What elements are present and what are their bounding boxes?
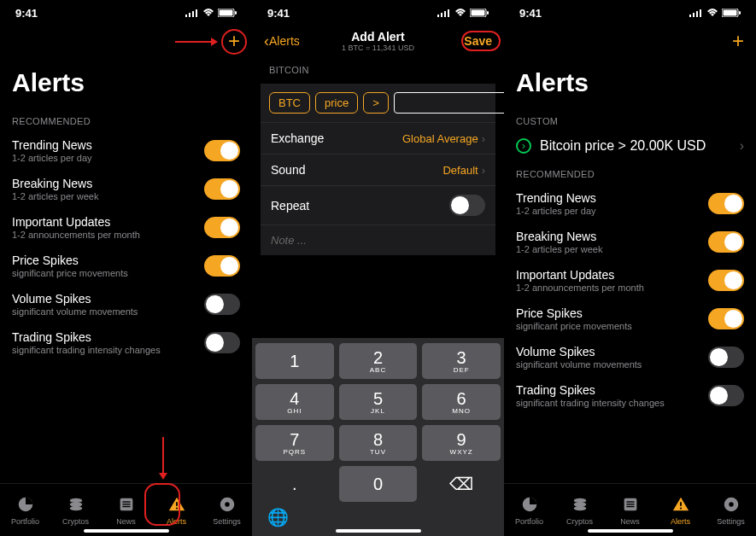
svg-rect-32 bbox=[696, 11, 698, 17]
svg-rect-16 bbox=[176, 507, 178, 509]
chevron-right-icon: › bbox=[740, 138, 744, 154]
symbol-chip[interactable]: BTC bbox=[269, 92, 310, 114]
alert-subtitle: significant volume movements bbox=[12, 306, 138, 317]
exchange-row[interactable]: Exchange Global Average› bbox=[261, 122, 495, 154]
tab-alerts[interactable]: Alerts bbox=[151, 484, 202, 536]
status-time: 9:41 bbox=[267, 7, 290, 20]
tab-portfolio[interactable]: Portfolio bbox=[0, 484, 50, 536]
alert-toggle[interactable] bbox=[204, 255, 240, 277]
tab-portfolio[interactable]: Portfolio bbox=[504, 484, 554, 536]
alert-row: Trading Spikessignificant trading intens… bbox=[0, 323, 252, 362]
alert-row: Price Spikessignificant price movements bbox=[0, 247, 252, 285]
alert-title: Trading Spikes bbox=[12, 330, 161, 344]
alert-subtitle: significant trading intensity changes bbox=[516, 398, 665, 408]
sound-value: Default bbox=[442, 164, 478, 177]
alert-subtitle: 1-2 articles per week bbox=[516, 244, 603, 254]
repeat-toggle[interactable] bbox=[449, 195, 485, 216]
sound-row[interactable]: Sound Default› bbox=[261, 154, 495, 185]
alert-row: Volume Spikessignificant volume movement… bbox=[504, 338, 756, 376]
svg-rect-0 bbox=[185, 15, 187, 17]
key-8[interactable]: 8TUV bbox=[339, 425, 418, 461]
add-alert-button[interactable]: + bbox=[732, 29, 744, 53]
key-letters: JKL bbox=[371, 407, 385, 415]
add-alert-button[interactable]: + bbox=[228, 29, 240, 53]
operator-chip[interactable]: > bbox=[363, 92, 389, 114]
custom-alert-name: Bitcoin bbox=[540, 138, 581, 153]
alert-form: BTC price > USD Exchange Global Average›… bbox=[261, 84, 495, 255]
repeat-label: Repeat bbox=[271, 199, 309, 213]
signal-icon bbox=[437, 7, 451, 20]
key-digit: 9 bbox=[457, 430, 466, 450]
tab-label: News bbox=[620, 517, 640, 526]
tab-cryptos[interactable]: Cryptos bbox=[50, 484, 101, 536]
alerts-icon bbox=[167, 495, 186, 516]
alert-toggle[interactable] bbox=[204, 217, 240, 238]
alert-title: Trading Spikes bbox=[516, 383, 665, 397]
portfolio-icon bbox=[520, 495, 539, 516]
svg-rect-2 bbox=[192, 11, 194, 17]
svg-rect-25 bbox=[444, 11, 446, 17]
dot-key[interactable]: . bbox=[255, 466, 334, 502]
key-letters: DEF bbox=[454, 366, 470, 374]
key-0[interactable]: 0 bbox=[339, 466, 418, 502]
tab-cryptos[interactable]: Cryptos bbox=[554, 484, 605, 536]
svg-marker-22 bbox=[159, 473, 167, 480]
key-letters: GHI bbox=[287, 407, 302, 415]
alert-toggle[interactable] bbox=[708, 308, 744, 329]
svg-rect-15 bbox=[176, 502, 178, 506]
home-indicator[interactable] bbox=[84, 529, 169, 533]
key-digit: 6 bbox=[457, 389, 466, 409]
section-bitcoin: BITCOIN bbox=[252, 56, 504, 80]
status-bar: 9:41 bbox=[0, 0, 252, 26]
tab-news[interactable]: News bbox=[101, 484, 151, 536]
wifi-icon bbox=[202, 7, 214, 20]
key-4[interactable]: 4GHI bbox=[255, 384, 334, 420]
alert-title: Breaking News bbox=[12, 177, 99, 190]
alert-toggle[interactable] bbox=[708, 193, 744, 214]
alert-toggle[interactable] bbox=[204, 140, 240, 161]
home-indicator[interactable] bbox=[588, 529, 673, 533]
key-7[interactable]: 7PQRS bbox=[255, 425, 334, 461]
alert-toggle[interactable] bbox=[708, 231, 744, 253]
alert-toggle[interactable] bbox=[204, 332, 240, 353]
tab-label: Alerts bbox=[671, 517, 690, 526]
custom-alert-desc: price > 20.00K USD bbox=[584, 138, 706, 153]
price-input[interactable] bbox=[394, 92, 504, 114]
screen-add-alert: 9:41 ‹ Alerts Add Alert 1 BTC = 11,341 U… bbox=[252, 0, 504, 536]
key-2[interactable]: 2ABC bbox=[339, 343, 418, 379]
battery-icon bbox=[722, 7, 741, 20]
tab-settings[interactable]: Settings bbox=[202, 484, 252, 536]
svg-rect-23 bbox=[437, 15, 439, 17]
screen-alerts-with-custom: 9:41 + Alerts CUSTOM Bitcoin price > 20.… bbox=[504, 0, 756, 536]
key-digit: 8 bbox=[373, 430, 383, 450]
key-letters: MNO bbox=[452, 407, 471, 415]
alert-toggle[interactable] bbox=[708, 385, 744, 406]
tab-news[interactable]: News bbox=[605, 484, 655, 536]
globe-icon[interactable]: 🌐 bbox=[267, 507, 289, 527]
key-5[interactable]: 5JKL bbox=[339, 384, 418, 420]
back-button[interactable]: ‹ Alerts bbox=[264, 32, 300, 50]
home-indicator[interactable] bbox=[336, 529, 421, 533]
save-button[interactable]: Save bbox=[464, 34, 492, 48]
svg-rect-5 bbox=[220, 9, 233, 15]
key-9[interactable]: 9WXYZ bbox=[422, 425, 501, 461]
alert-subtitle: 1-2 announcements per month bbox=[12, 230, 140, 240]
backspace-key[interactable]: ⌫ bbox=[422, 466, 501, 502]
alert-toggle[interactable] bbox=[708, 270, 744, 291]
alert-toggle[interactable] bbox=[204, 294, 240, 315]
tab-settings[interactable]: Settings bbox=[706, 484, 756, 536]
metric-chip[interactable]: price bbox=[315, 92, 358, 114]
key-6[interactable]: 6MNO bbox=[422, 384, 501, 420]
wifi-icon bbox=[454, 7, 466, 20]
alert-subtitle: 1-2 articles per day bbox=[516, 206, 596, 216]
alert-toggle[interactable] bbox=[708, 347, 744, 368]
key-3[interactable]: 3DEF bbox=[422, 343, 501, 379]
key-1[interactable]: 1 bbox=[255, 343, 334, 379]
custom-alert-row[interactable]: Bitcoin price > 20.00K USD › bbox=[504, 131, 756, 160]
note-input[interactable]: Note ... bbox=[261, 224, 495, 255]
tab-alerts[interactable]: Alerts bbox=[655, 484, 706, 536]
svg-rect-35 bbox=[724, 9, 737, 15]
alert-toggle[interactable] bbox=[204, 178, 240, 200]
status-icons bbox=[437, 7, 489, 20]
key-digit: . bbox=[292, 475, 297, 494]
